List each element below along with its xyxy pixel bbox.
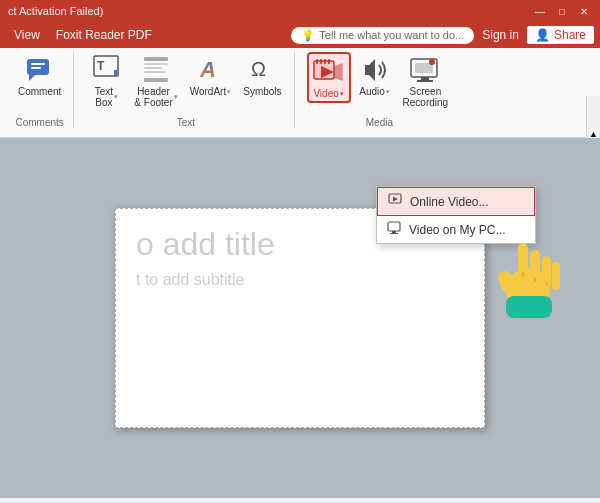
video-on-pc-icon [387, 221, 401, 238]
svg-rect-25 [415, 63, 433, 73]
menu-view[interactable]: View [6, 26, 48, 44]
comment-button[interactable]: Comment [14, 52, 65, 99]
svg-marker-28 [393, 197, 398, 202]
media-group-label: Media [366, 115, 393, 128]
ribbon-group-text: T TextBox ▾ Header& Footer ▾ [78, 52, 294, 128]
svg-rect-24 [417, 80, 433, 82]
comment-icon [24, 54, 56, 86]
online-video-icon [388, 193, 402, 210]
svg-rect-17 [316, 59, 318, 64]
textbox-label: TextBox [95, 86, 113, 108]
minimize-button[interactable]: — [532, 4, 548, 18]
svg-rect-2 [31, 63, 45, 65]
header-label: Header& Footer [134, 86, 172, 108]
tell-me-box[interactable]: 💡 Tell me what you want to do... [291, 27, 474, 44]
text-group-label: Text [177, 115, 195, 128]
audio-label: Audio [359, 86, 385, 97]
audio-icon [359, 54, 391, 86]
lightbulb-icon: 💡 [301, 29, 315, 42]
svg-rect-3 [31, 67, 41, 69]
video-label: Video [313, 88, 338, 99]
svg-point-26 [429, 59, 435, 65]
textbox-icon: T [90, 54, 122, 86]
sign-in-button[interactable]: Sign in [482, 28, 519, 42]
comments-group-label: Comments [16, 115, 64, 128]
wordart-icon: A [194, 54, 226, 86]
video-button[interactable]: Video ▾ [307, 52, 351, 103]
wordart-arrow: ▾ [227, 88, 231, 96]
textbox-arrow: ▾ [114, 93, 118, 101]
audio-button[interactable]: Audio ▾ [355, 52, 395, 99]
slide-subtitle-placeholder: t to add subtitle [136, 271, 464, 289]
online-video-label: Online Video... [410, 195, 489, 209]
audio-arrow: ▾ [386, 88, 390, 96]
screen-recording-label: ScreenRecording [403, 86, 449, 108]
text-buttons: T TextBox ▾ Header& Footer ▾ [86, 52, 285, 115]
online-video-item[interactable]: Online Video... [377, 187, 535, 216]
symbols-icon: Ω [246, 54, 278, 86]
ribbon-group-comments: Comment Comments [6, 52, 74, 128]
svg-rect-37 [552, 262, 560, 290]
svg-rect-38 [506, 296, 552, 318]
svg-text:A: A [199, 57, 216, 82]
title-bar-controls: — □ ✕ [532, 4, 592, 18]
svg-text:Ω: Ω [251, 58, 266, 80]
textbox-button[interactable]: T TextBox ▾ [86, 52, 126, 110]
header-footer-button[interactable]: Header& Footer ▾ [130, 52, 181, 110]
maximize-button[interactable]: □ [554, 4, 570, 18]
tell-me-text: Tell me what you want to do... [319, 29, 464, 41]
video-icon [313, 56, 345, 88]
svg-rect-30 [392, 231, 396, 233]
ribbon-group-media: Video ▾ Audio ▾ [299, 52, 461, 128]
svg-rect-18 [320, 59, 322, 64]
symbols-label: Symbols [243, 86, 281, 97]
ribbon: Comment Comments T TextBox ▾ [0, 48, 600, 138]
header-arrow: ▾ [174, 93, 178, 101]
close-button[interactable]: ✕ [576, 4, 592, 18]
video-arrow: ▾ [340, 90, 344, 98]
symbols-button[interactable]: Ω Symbols [239, 52, 285, 99]
svg-marker-21 [365, 59, 375, 81]
svg-marker-1 [29, 75, 35, 81]
ribbon-container: Comment Comments T TextBox ▾ [0, 48, 600, 138]
comments-buttons: Comment [14, 52, 65, 115]
svg-rect-8 [144, 63, 168, 65]
menu-bar-right: 💡 Tell me what you want to do... Sign in… [291, 26, 594, 44]
media-buttons: Video ▾ Audio ▾ [307, 52, 453, 115]
svg-rect-19 [324, 59, 326, 64]
svg-rect-29 [388, 222, 400, 231]
menu-bar: View Foxit Reader PDF 💡 Tell me what you… [0, 22, 600, 48]
hand-cursor-graphic [490, 228, 570, 318]
menu-foxit[interactable]: Foxit Reader PDF [48, 26, 160, 44]
svg-rect-31 [390, 233, 398, 234]
comment-label: Comment [18, 86, 61, 97]
wordart-button[interactable]: A WordArt ▾ [186, 52, 236, 99]
title-bar: ct Activation Failed) — □ ✕ [0, 0, 600, 22]
svg-rect-9 [144, 67, 162, 69]
svg-rect-11 [144, 78, 168, 82]
svg-rect-6 [114, 70, 118, 76]
svg-rect-7 [144, 57, 168, 61]
wordart-label: WordArt [190, 86, 227, 97]
share-label: Share [554, 28, 586, 42]
screen-recording-button[interactable]: ScreenRecording [399, 52, 453, 110]
share-icon: 👤 [535, 28, 550, 42]
share-button[interactable]: 👤 Share [527, 26, 594, 44]
svg-text:T: T [97, 59, 105, 73]
header-footer-icon [140, 54, 172, 86]
svg-rect-10 [144, 71, 166, 73]
svg-rect-20 [328, 59, 330, 64]
screen-recording-icon [409, 54, 441, 86]
svg-rect-23 [421, 77, 429, 80]
title-bar-text: ct Activation Failed) [8, 5, 532, 17]
